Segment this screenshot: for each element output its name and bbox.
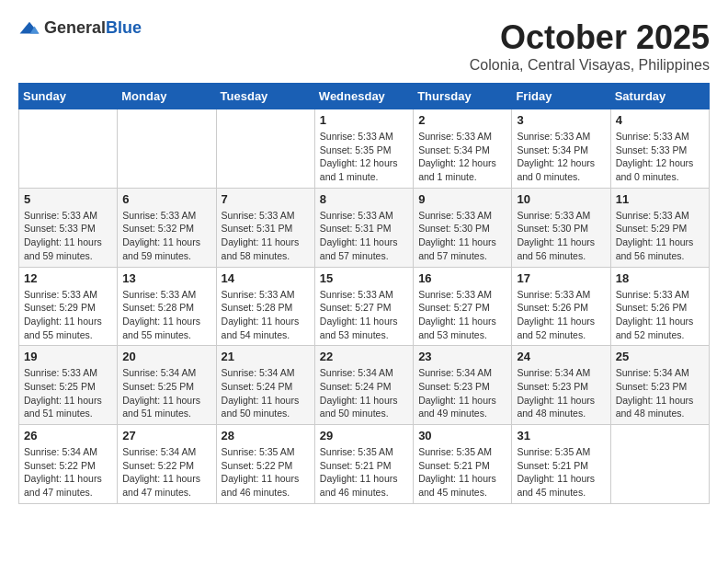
cell-info: Sunrise: 5:33 AM Sunset: 5:30 PM Dayligh…	[517, 209, 605, 263]
cell-info: Sunrise: 5:33 AM Sunset: 5:26 PM Dayligh…	[616, 288, 704, 342]
calendar-cell	[610, 425, 709, 504]
weekday-header-row: SundayMondayTuesdayWednesdayThursdayFrid…	[19, 84, 710, 109]
cell-info: Sunrise: 5:34 AM Sunset: 5:22 PM Dayligh…	[24, 445, 112, 500]
calendar-cell: 12Sunrise: 5:33 AM Sunset: 5:29 PM Dayli…	[19, 267, 118, 346]
calendar-cell: 18Sunrise: 5:33 AM Sunset: 5:26 PM Dayli…	[610, 267, 709, 346]
cell-info: Sunrise: 5:33 AM Sunset: 5:31 PM Dayligh…	[320, 209, 408, 263]
calendar-cell: 14Sunrise: 5:33 AM Sunset: 5:28 PM Dayli…	[216, 267, 314, 346]
calendar-cell: 23Sunrise: 5:34 AM Sunset: 5:23 PM Dayli…	[414, 346, 512, 425]
calendar-cell: 27Sunrise: 5:34 AM Sunset: 5:22 PM Dayli…	[118, 425, 216, 504]
calendar-week-row: 19Sunrise: 5:33 AM Sunset: 5:25 PM Dayli…	[19, 346, 710, 425]
calendar-cell: 11Sunrise: 5:33 AM Sunset: 5:29 PM Dayli…	[610, 188, 709, 267]
day-number: 28	[222, 429, 310, 442]
day-number: 25	[616, 350, 704, 363]
calendar-cell: 1Sunrise: 5:33 AM Sunset: 5:35 PM Daylig…	[314, 109, 413, 189]
day-number: 30	[418, 429, 506, 442]
day-number: 3	[517, 113, 605, 127]
cell-info: Sunrise: 5:35 AM Sunset: 5:21 PM Dayligh…	[418, 445, 506, 500]
calendar-cell: 5Sunrise: 5:33 AM Sunset: 5:33 PM Daylig…	[19, 188, 118, 267]
calendar-cell: 30Sunrise: 5:35 AM Sunset: 5:21 PM Dayli…	[414, 425, 512, 504]
cell-info: Sunrise: 5:33 AM Sunset: 5:34 PM Dayligh…	[517, 130, 605, 184]
logo-general-text: General	[44, 18, 106, 37]
cell-info: Sunrise: 5:33 AM Sunset: 5:32 PM Dayligh…	[122, 209, 210, 263]
calendar-table: SundayMondayTuesdayWednesdayThursdayFrid…	[18, 83, 710, 504]
calendar-week-row: 26Sunrise: 5:34 AM Sunset: 5:22 PM Dayli…	[19, 425, 710, 504]
day-number: 13	[122, 271, 210, 285]
day-number: 19	[24, 350, 112, 363]
calendar-cell: 19Sunrise: 5:33 AM Sunset: 5:25 PM Dayli…	[19, 346, 118, 425]
calendar-cell	[216, 109, 314, 189]
cell-info: Sunrise: 5:33 AM Sunset: 5:28 PM Dayligh…	[122, 288, 210, 342]
day-number: 26	[24, 429, 112, 442]
cell-info: Sunrise: 5:34 AM Sunset: 5:24 PM Dayligh…	[320, 366, 408, 420]
calendar-cell: 7Sunrise: 5:33 AM Sunset: 5:31 PM Daylig…	[216, 188, 314, 267]
day-number: 21	[222, 350, 310, 363]
month-title: October 2025	[470, 18, 710, 57]
day-number: 23	[418, 350, 506, 363]
calendar-cell: 24Sunrise: 5:34 AM Sunset: 5:23 PM Dayli…	[512, 346, 610, 425]
calendar-cell: 25Sunrise: 5:34 AM Sunset: 5:23 PM Dayli…	[610, 346, 709, 425]
cell-info: Sunrise: 5:33 AM Sunset: 5:26 PM Dayligh…	[517, 288, 605, 342]
calendar-cell: 29Sunrise: 5:35 AM Sunset: 5:21 PM Dayli…	[314, 425, 413, 504]
day-number: 10	[517, 192, 605, 206]
cell-info: Sunrise: 5:33 AM Sunset: 5:35 PM Dayligh…	[320, 130, 408, 184]
day-number: 7	[222, 192, 310, 206]
logo: GeneralBlue	[18, 18, 142, 38]
calendar-cell: 17Sunrise: 5:33 AM Sunset: 5:26 PM Dayli…	[512, 267, 610, 346]
cell-info: Sunrise: 5:33 AM Sunset: 5:33 PM Dayligh…	[616, 130, 704, 184]
day-number: 29	[320, 429, 408, 442]
calendar-cell: 22Sunrise: 5:34 AM Sunset: 5:24 PM Dayli…	[314, 346, 413, 425]
day-number: 18	[616, 271, 704, 285]
weekday-header-friday: Friday	[512, 84, 610, 109]
calendar-cell: 8Sunrise: 5:33 AM Sunset: 5:31 PM Daylig…	[314, 188, 413, 267]
cell-info: Sunrise: 5:34 AM Sunset: 5:23 PM Dayligh…	[418, 366, 506, 420]
day-number: 9	[418, 192, 506, 206]
weekday-header-sunday: Sunday	[19, 84, 118, 109]
calendar-cell: 2Sunrise: 5:33 AM Sunset: 5:34 PM Daylig…	[414, 109, 512, 189]
cell-info: Sunrise: 5:33 AM Sunset: 5:27 PM Dayligh…	[320, 288, 408, 342]
cell-info: Sunrise: 5:34 AM Sunset: 5:22 PM Dayligh…	[122, 445, 210, 500]
calendar-week-row: 12Sunrise: 5:33 AM Sunset: 5:29 PM Dayli…	[19, 267, 710, 346]
calendar-cell: 26Sunrise: 5:34 AM Sunset: 5:22 PM Dayli…	[19, 425, 118, 504]
day-number: 16	[418, 271, 506, 285]
cell-info: Sunrise: 5:33 AM Sunset: 5:28 PM Dayligh…	[222, 288, 310, 342]
day-number: 4	[616, 113, 704, 127]
day-number: 2	[418, 113, 506, 127]
calendar-cell: 21Sunrise: 5:34 AM Sunset: 5:24 PM Dayli…	[216, 346, 314, 425]
calendar-cell	[118, 109, 216, 189]
calendar-cell: 4Sunrise: 5:33 AM Sunset: 5:33 PM Daylig…	[610, 109, 709, 189]
calendar-week-row: 1Sunrise: 5:33 AM Sunset: 5:35 PM Daylig…	[19, 109, 710, 189]
day-number: 8	[320, 192, 408, 206]
cell-info: Sunrise: 5:34 AM Sunset: 5:25 PM Dayligh…	[122, 366, 210, 420]
cell-info: Sunrise: 5:33 AM Sunset: 5:30 PM Dayligh…	[418, 209, 506, 263]
calendar-cell: 16Sunrise: 5:33 AM Sunset: 5:27 PM Dayli…	[414, 267, 512, 346]
logo-blue-text: Blue	[106, 18, 142, 37]
weekday-header-saturday: Saturday	[610, 84, 709, 109]
day-number: 14	[222, 271, 310, 285]
calendar-cell: 13Sunrise: 5:33 AM Sunset: 5:28 PM Dayli…	[118, 267, 216, 346]
calendar-cell: 28Sunrise: 5:35 AM Sunset: 5:22 PM Dayli…	[216, 425, 314, 504]
cell-info: Sunrise: 5:34 AM Sunset: 5:24 PM Dayligh…	[222, 366, 310, 420]
calendar-cell: 3Sunrise: 5:33 AM Sunset: 5:34 PM Daylig…	[512, 109, 610, 189]
title-area: October 2025 Colonia, Central Visayas, P…	[470, 18, 710, 74]
calendar-cell: 6Sunrise: 5:33 AM Sunset: 5:32 PM Daylig…	[118, 188, 216, 267]
calendar-cell: 20Sunrise: 5:34 AM Sunset: 5:25 PM Dayli…	[118, 346, 216, 425]
day-number: 6	[122, 192, 210, 206]
day-number: 1	[320, 113, 408, 127]
cell-info: Sunrise: 5:34 AM Sunset: 5:23 PM Dayligh…	[517, 366, 605, 420]
cell-info: Sunrise: 5:33 AM Sunset: 5:29 PM Dayligh…	[24, 288, 112, 342]
cell-info: Sunrise: 5:33 AM Sunset: 5:29 PM Dayligh…	[616, 209, 704, 263]
cell-info: Sunrise: 5:33 AM Sunset: 5:34 PM Dayligh…	[418, 130, 506, 184]
day-number: 27	[122, 429, 210, 442]
calendar-cell: 15Sunrise: 5:33 AM Sunset: 5:27 PM Dayli…	[314, 267, 413, 346]
calendar-week-row: 5Sunrise: 5:33 AM Sunset: 5:33 PM Daylig…	[19, 188, 710, 267]
day-number: 24	[517, 350, 605, 363]
logo-icon	[18, 20, 40, 37]
cell-info: Sunrise: 5:33 AM Sunset: 5:31 PM Dayligh…	[222, 209, 310, 263]
cell-info: Sunrise: 5:35 AM Sunset: 5:22 PM Dayligh…	[222, 445, 310, 500]
cell-info: Sunrise: 5:34 AM Sunset: 5:23 PM Dayligh…	[616, 366, 704, 420]
day-number: 20	[122, 350, 210, 363]
day-number: 17	[517, 271, 605, 285]
calendar-cell: 31Sunrise: 5:35 AM Sunset: 5:21 PM Dayli…	[512, 425, 610, 504]
day-number: 31	[517, 429, 605, 442]
